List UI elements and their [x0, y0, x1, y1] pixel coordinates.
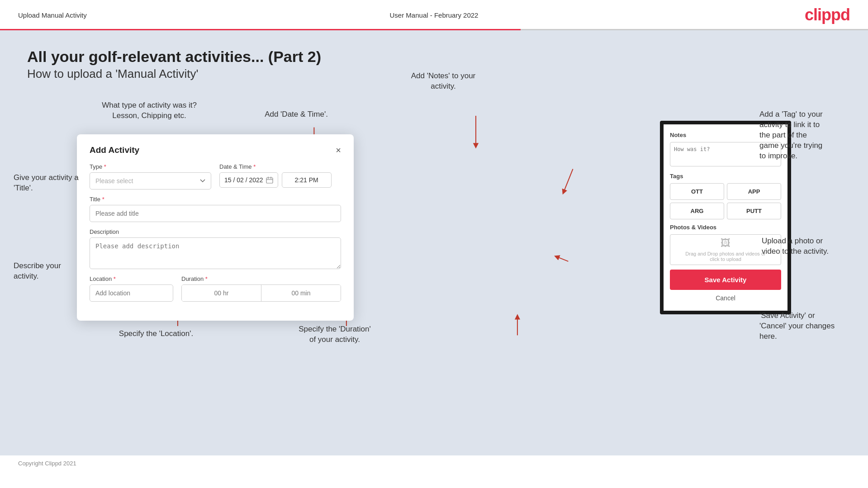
- duration-min-input[interactable]: [261, 285, 341, 301]
- manual-label: User Manual - February 2022: [390, 11, 479, 19]
- date-input[interactable]: 15 / 02 / 2022: [219, 172, 278, 188]
- datetime-label: Date & Time *: [219, 163, 341, 170]
- svg-rect-0: [266, 178, 273, 183]
- modal-title: Add Activity: [90, 145, 139, 155]
- title-group: Title *: [90, 196, 341, 222]
- title-input[interactable]: [90, 205, 341, 222]
- annotation-duration: Specify the 'Duration' of your activity.: [276, 324, 394, 345]
- svg-line-8: [564, 169, 573, 192]
- duration-inputs: [181, 284, 341, 302]
- calendar-icon: [266, 176, 273, 184]
- tag-app[interactable]: APP: [727, 183, 781, 200]
- date-time-inputs: 15 / 02 / 2022: [219, 172, 341, 188]
- location-group: Location *: [90, 275, 173, 302]
- photos-label: Photos & Videos: [670, 224, 781, 231]
- description-group: Description: [90, 228, 341, 269]
- tag-ott[interactable]: OTT: [670, 183, 724, 200]
- annotation-notes: Add 'Notes' to your activity.: [394, 71, 493, 92]
- location-duration-row: Location * Duration *: [90, 275, 341, 302]
- tag-putt[interactable]: PUTT: [727, 203, 781, 219]
- page-label: Upload Manual Activity: [18, 11, 87, 19]
- description-label: Description: [90, 228, 341, 235]
- logo: clippd: [805, 5, 850, 24]
- main-content: All your golf-relevant activities... (Pa…: [0, 30, 868, 455]
- datetime-group: Date & Time * 15 / 02 / 2022: [219, 163, 341, 190]
- description-textarea[interactable]: [90, 237, 341, 269]
- type-select[interactable]: Please select: [90, 172, 211, 190]
- tag-arg[interactable]: ARG: [670, 203, 724, 219]
- annotation-location: Specify the 'Location'.: [109, 329, 204, 339]
- modal-header: Add Activity ×: [90, 145, 341, 155]
- svg-line-9: [557, 257, 569, 261]
- location-input[interactable]: [90, 284, 173, 302]
- save-activity-button[interactable]: Save Activity: [670, 270, 781, 290]
- time-input[interactable]: [282, 172, 332, 188]
- duration-group: Duration *: [181, 275, 341, 302]
- annotation-title: Give your activity a 'Title'.: [14, 173, 90, 194]
- cancel-button[interactable]: Cancel: [670, 290, 781, 303]
- duration-hr-input[interactable]: [182, 285, 261, 301]
- annotation-save: 'Save Activity' or 'Cancel' your changes…: [759, 311, 863, 342]
- annotation-photo: Upload a photo or video to the activity.: [762, 236, 863, 257]
- close-button[interactable]: ×: [336, 146, 341, 155]
- annotation-activity-type: What type of activity was it? Lesson, Ch…: [102, 100, 197, 121]
- title-label: Title *: [90, 196, 341, 203]
- top-bar: Upload Manual Activity User Manual - Feb…: [0, 0, 868, 29]
- annotation-describe: Describe your activity.: [14, 261, 86, 282]
- location-label: Location *: [90, 275, 173, 282]
- add-activity-modal: Add Activity × Type * Please select Date…: [77, 134, 354, 321]
- type-group: Type * Please select: [90, 163, 211, 190]
- duration-label: Duration *: [181, 275, 341, 282]
- annotation-tag: Add a 'Tag' to your activity to link it …: [759, 109, 863, 161]
- type-label: Type *: [90, 163, 211, 170]
- tags-grid: OTT APP ARG PUTT: [670, 183, 781, 219]
- description-row: Description: [90, 228, 341, 269]
- copyright-text: Copyright Clippd 2021: [18, 460, 76, 467]
- footer: Copyright Clippd 2021: [0, 455, 868, 471]
- tags-label: Tags: [670, 173, 781, 180]
- annotation-date-time: Add 'Date & Time'.: [253, 109, 339, 120]
- type-datetime-row: Type * Please select Date & Time * 15 / …: [90, 163, 341, 190]
- title-row: Title *: [90, 196, 341, 222]
- photo-icon: 🖼: [721, 237, 730, 249]
